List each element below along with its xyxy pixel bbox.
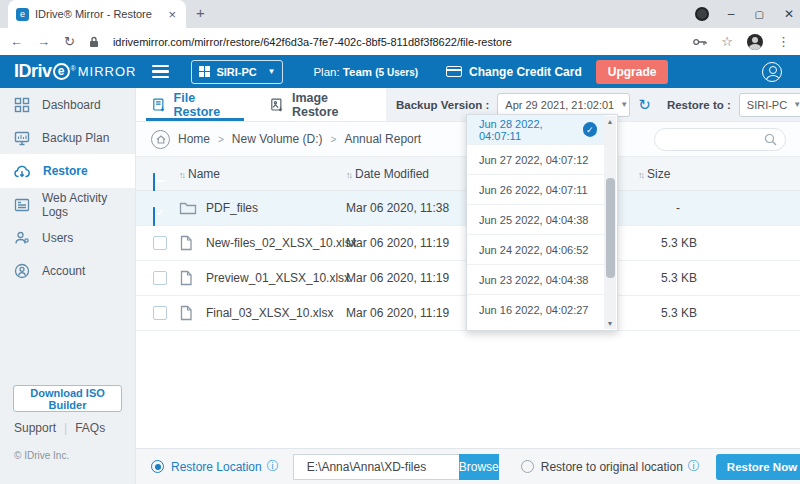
tab-image-restore[interactable]: Image Restore: [254, 88, 386, 121]
search-input[interactable]: [654, 128, 786, 151]
original-location-radio[interactable]: [521, 460, 534, 473]
info-icon[interactable]: ⓘ: [267, 458, 279, 475]
version-option[interactable]: Jun 23 2022, 04:04:38: [467, 265, 605, 295]
row-checkbox[interactable]: [153, 207, 155, 226]
tab-close-icon[interactable]: ×: [166, 7, 178, 22]
file-size: 5.3 KB: [661, 306, 697, 320]
url-text[interactable]: idrivemirror.com/mirror/restore/642f6d3a…: [113, 36, 679, 48]
backup-version-label: Backup Version :: [396, 99, 489, 111]
key-icon[interactable]: [693, 38, 707, 46]
restore-to-select[interactable]: SIRI-PC ▼: [739, 93, 800, 117]
idrive-mirror-logo: IDriv e ® MIRROR: [14, 61, 136, 82]
file-name[interactable]: Final_03_XLSX_10.xlsx: [206, 306, 333, 320]
sidebar-item-backup-plan[interactable]: Backup Plan: [0, 121, 135, 154]
refresh-icon[interactable]: ↻: [638, 97, 651, 112]
sidebar-item-users[interactable]: Users: [0, 221, 135, 254]
copyright-text: © IDrive Inc.: [14, 450, 69, 461]
row-checkbox[interactable]: [153, 306, 167, 320]
scroll-down-icon[interactable]: ▼: [604, 320, 616, 327]
browser-menu-icon[interactable]: ⋮: [777, 34, 790, 49]
info-icon[interactable]: ⓘ: [688, 458, 700, 475]
sidebar-item-web-activity-logs[interactable]: Web Activity Logs: [0, 188, 135, 221]
logs-icon: [14, 197, 30, 213]
sidebar: Dashboard Backup Plan Restore Web Activi…: [0, 88, 135, 484]
file-date: Mar 06 2020, 11:38: [346, 201, 449, 215]
browser-urlbar: ← → ↻ idrivemirror.com/mirror/restore/64…: [0, 28, 800, 55]
browser-tabstrip: e IDrive® Mirror - Restore × + – ▢ ✕: [0, 0, 800, 28]
restore-footer-bar: Restore Location ⓘ Browse Restore to ori…: [136, 448, 800, 484]
forward-icon[interactable]: →: [37, 34, 50, 49]
file-name[interactable]: New-files_02_XLSX_10.xlsx: [206, 236, 357, 250]
original-location-label[interactable]: Restore to original location: [541, 460, 683, 474]
tab-title: IDrive® Mirror - Restore: [35, 8, 160, 20]
row-checkbox[interactable]: [153, 271, 167, 285]
file-name[interactable]: PDF_files: [206, 201, 258, 215]
file-icon: [179, 235, 193, 251]
sidebar-item-account[interactable]: Account: [0, 254, 135, 287]
sidebar-item-restore[interactable]: Restore: [0, 154, 135, 188]
column-header-name[interactable]: ↑↓Name: [179, 167, 220, 181]
breadcrumb-folder[interactable]: Annual Report: [344, 132, 421, 146]
browser-tab[interactable]: e IDrive® Mirror - Restore ×: [8, 0, 186, 28]
restore-path-input[interactable]: [293, 454, 459, 480]
search-icon: [764, 133, 777, 146]
browse-button[interactable]: Browse: [459, 454, 499, 480]
check-icon: ✓: [583, 122, 597, 137]
restore-now-button[interactable]: Restore Now: [716, 454, 800, 480]
home-icon[interactable]: [151, 130, 170, 149]
dropdown-scrollbar[interactable]: ▲ ▼: [604, 116, 616, 329]
bookmark-star-icon[interactable]: ☆: [721, 34, 733, 49]
version-option[interactable]: Jun 27 2022, 04:07:12: [467, 145, 605, 175]
link-divider: |: [64, 421, 67, 435]
column-header-date-modified[interactable]: ↑↓Date Modified: [346, 167, 429, 181]
device-selector[interactable]: SIRI-PC ▼: [191, 60, 283, 84]
version-option[interactable]: Jun 28 2022, 04:07:11 ✓: [467, 115, 605, 145]
back-icon[interactable]: ←: [10, 34, 23, 49]
version-option[interactable]: Jun 24 2022, 04:06:52: [467, 235, 605, 265]
hamburger-menu-icon[interactable]: [152, 65, 169, 79]
file-date: Mar 06 2020, 11:19: [346, 306, 449, 320]
version-option[interactable]: Jun 16 2022, 04:02:27: [467, 295, 605, 325]
file-size: -: [676, 201, 680, 215]
support-link[interactable]: Support: [14, 421, 56, 435]
restore-location-radio[interactable]: [151, 460, 164, 473]
user-avatar-icon[interactable]: [762, 62, 782, 82]
select-all-checkbox[interactable]: [153, 173, 155, 192]
chevron-down-icon: ▼: [793, 100, 800, 109]
faqs-link[interactable]: FAQs: [75, 421, 105, 435]
column-header-size[interactable]: ↑↓Size: [638, 167, 670, 181]
file-date: Mar 06 2020, 11:19: [346, 271, 449, 285]
download-iso-builder-button[interactable]: Download ISO Builder: [13, 385, 122, 412]
change-credit-card-link[interactable]: Change Credit Card: [446, 65, 582, 79]
browser-profile-icon[interactable]: [695, 7, 709, 21]
file-size: 5.3 KB: [661, 236, 697, 250]
scrollbar-thumb[interactable]: [606, 178, 615, 278]
folder-icon: [179, 201, 197, 215]
window-minimize-button[interactable]: –: [728, 7, 735, 21]
row-checkbox[interactable]: [153, 236, 167, 250]
file-restore-icon: [152, 97, 166, 113]
breadcrumb-home[interactable]: Home: [178, 132, 210, 146]
file-name[interactable]: Preview_01_XLSX_10.xlsx: [206, 271, 350, 285]
browser-account-avatar[interactable]: [747, 34, 763, 50]
window-close-button[interactable]: ✕: [784, 7, 794, 21]
tab-file-restore[interactable]: File Restore: [136, 88, 254, 121]
upgrade-button[interactable]: Upgrade: [596, 60, 669, 84]
window-maximize-button[interactable]: ▢: [754, 9, 763, 20]
chevron-down-icon: ▼: [620, 100, 628, 109]
chevron-down-icon: ▼: [268, 67, 276, 76]
backup-version-select[interactable]: Apr 29 2021, 21:02:01 ▼: [497, 93, 630, 117]
breadcrumb-volume[interactable]: New Volume (D:): [232, 132, 323, 146]
version-option[interactable]: Jun 26 2022, 04:07:11: [467, 175, 605, 205]
restore-location-label[interactable]: Restore Location: [171, 460, 262, 474]
idrive-favicon-icon: e: [16, 8, 29, 21]
reload-icon[interactable]: ↻: [64, 34, 75, 49]
users-icon: [14, 230, 30, 246]
scroll-up-icon[interactable]: ▲: [604, 118, 616, 125]
tab-label: File Restore: [174, 91, 239, 119]
tab-label: Image Restore: [292, 91, 370, 119]
new-tab-button[interactable]: +: [196, 4, 205, 21]
sidebar-item-dashboard[interactable]: Dashboard: [0, 88, 135, 121]
version-option[interactable]: Jun 25 2022, 04:04:38: [467, 205, 605, 235]
plan-info: Plan: Team (5 Users): [313, 66, 418, 78]
